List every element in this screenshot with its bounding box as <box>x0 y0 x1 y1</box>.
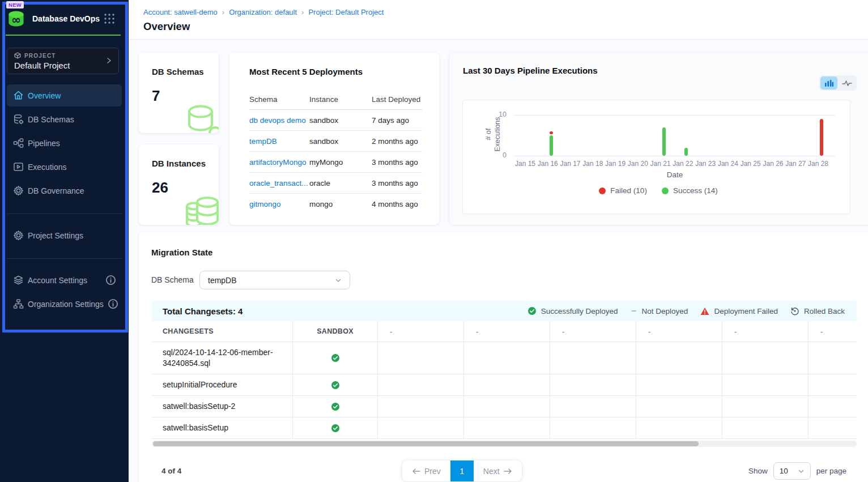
sidebar-item-db-schemas[interactable]: DB Schemas <box>7 108 122 130</box>
changeset-empty-cell <box>636 374 722 395</box>
changeset-name-cell: satwell:basisSetup-2 <box>152 396 293 417</box>
breadcrumb-account[interactable]: Account: satwell-demo <box>143 8 218 16</box>
sidebar-item-executions[interactable]: Executions <box>7 156 122 178</box>
changeset-name: satwell:basisSetup-2 <box>163 396 249 417</box>
page-size-select[interactable]: 10 <box>773 462 811 480</box>
changeset-sandbox-status-cell <box>293 374 378 395</box>
info-icon[interactable] <box>105 275 116 285</box>
deployments-col-instance: Instance <box>309 95 372 104</box>
check-circle-icon <box>331 424 340 433</box>
sidebar-item-label: Executions <box>28 163 66 172</box>
breadcrumb-separator-icon: › <box>301 8 304 16</box>
pipeline-executions-title: Last 30 Days Pipeline Executions <box>463 66 598 75</box>
changesets-col-empty-6: - <box>809 321 857 342</box>
bar-success-jan-22 <box>684 148 688 156</box>
horizontal-scrollbar[interactable] <box>152 441 857 447</box>
project-label: PROJECT <box>24 53 56 59</box>
warning-triangle-icon <box>700 307 709 315</box>
changeset-row: satwell:basisSetup <box>152 417 857 439</box>
prev-page-button[interactable]: Prev <box>402 460 450 481</box>
pipeline-executions-card: Last 30 Days Pipeline Executions 100# of… <box>449 53 868 225</box>
bar-chart-toggle-icon[interactable] <box>820 76 837 89</box>
legend-not-deployed: Not Deployed <box>631 307 688 315</box>
changesets-col-empty-3: - <box>550 321 636 342</box>
sidebar-item-label: Organization Settings <box>28 300 104 309</box>
deployment-row: gitmongomongo4 months ago <box>249 194 422 215</box>
db-schema-select[interactable]: tempDB <box>199 271 350 289</box>
sidebar-item-pipelines[interactable]: Pipelines <box>7 132 122 154</box>
deployment-schema-link[interactable]: gitmongo <box>249 200 309 208</box>
breadcrumb: Account: satwell-demo›Organization: defa… <box>143 8 868 16</box>
changeset-empty-cell <box>809 396 857 417</box>
y-axis-title: # of Executions <box>484 114 503 154</box>
deployment-last-deployed: 3 months ago <box>372 179 422 187</box>
apps-grid-icon[interactable] <box>104 14 114 24</box>
sidebar-item-project-settings[interactable]: Project Settings <box>7 224 122 246</box>
changeset-empty-cell <box>722 374 809 395</box>
legend-success-dot-icon <box>662 187 669 194</box>
sidebar-nav-main: OverviewDB SchemasPipelinesExecutionsDB … <box>0 84 129 202</box>
db-schemas-count: 7 <box>152 87 219 105</box>
breadcrumb-organization[interactable]: Organization: default <box>229 8 297 16</box>
changeset-empty-cell <box>636 417 722 438</box>
deployment-schema-link[interactable]: oracle_transact... <box>249 179 309 187</box>
chevron-right-icon <box>105 57 113 65</box>
legend-not-deployed-label: Not Deployed <box>642 307 688 315</box>
topbar: Account: satwell-demo›Organization: defa… <box>129 0 868 40</box>
bar-success-jan-21 <box>662 127 666 156</box>
deployment-schema-link[interactable]: tempDB <box>249 137 309 146</box>
sidebar-item-overview[interactable]: Overview <box>7 84 122 106</box>
breadcrumb-project[interactable]: Project: Default Project <box>308 8 384 16</box>
page-1-button[interactable]: 1 <box>450 460 474 481</box>
db-schemas-card-title: DB Schemas <box>152 67 219 76</box>
changesets-table: Total Changesets: 4 Successfully Deploye… <box>152 301 857 439</box>
changeset-empty-cell <box>550 417 636 438</box>
next-page-button[interactable]: Next <box>474 460 522 481</box>
deployment-row: oracle_transact...oracle3 months ago <box>249 173 422 194</box>
deployment-schema-link[interactable]: db devops demo <box>249 116 309 125</box>
changeset-empty-cell <box>464 396 550 417</box>
changesets-col-empty-1: - <box>378 321 464 342</box>
legend-rolled-back: Rolled Back <box>790 306 845 315</box>
info-icon[interactable] <box>108 298 118 309</box>
changeset-empty-cell <box>722 417 809 438</box>
db-schema-label: DB Schema <box>151 271 194 289</box>
horizontal-scrollbar-thumb[interactable] <box>153 441 699 446</box>
changeset-sandbox-status-cell <box>293 342 378 374</box>
project-selector[interactable]: PROJECT Default Project <box>7 48 119 74</box>
executions-plot: 100# of ExecutionsJan 15Jan 16Jan 17Jan … <box>462 100 850 214</box>
db-schemas-icon <box>13 114 24 125</box>
db-schemas-card: DB Schemas 7 <box>139 53 219 133</box>
changeset-empty-cell <box>378 342 464 374</box>
main-area: Account: satwell-demo›Organization: defa… <box>129 0 868 482</box>
deployments-col-last-deployed: Last Deployed <box>372 95 422 104</box>
deployment-instance: myMongo <box>309 158 372 167</box>
changeset-empty-cell <box>378 374 464 395</box>
sidebar-divider <box>7 214 122 214</box>
sidebar-item-organization-settings[interactable]: Organization Settings <box>7 293 122 315</box>
sidebar-item-account-settings[interactable]: Account Settings <box>7 269 122 291</box>
db-governance-icon <box>13 185 24 196</box>
legend-successfully-deployed: Successfully Deployed <box>527 306 618 315</box>
row-count-label: 4 of 4 <box>161 467 181 475</box>
deployment-instance: sandbox <box>309 137 372 146</box>
deployment-row: tempDBsandbox2 months ago <box>249 131 422 152</box>
database-icon <box>185 103 219 133</box>
database-stack-icon <box>184 194 219 225</box>
executions-icon <box>13 161 24 172</box>
changeset-name-cell: setupInitialProcedure <box>152 374 293 395</box>
changeset-empty-cell <box>722 396 809 417</box>
changeset-sandbox-status-cell <box>293 417 378 438</box>
deployment-schema-link[interactable]: artifactoryMongo <box>249 158 309 167</box>
chart-type-toggle <box>819 75 857 91</box>
changeset-empty-cell <box>636 396 722 417</box>
check-circle-icon <box>331 402 340 411</box>
sidebar-item-db-governance[interactable]: DB Governance <box>7 180 122 202</box>
changesets-header-row: CHANGESETSSANDBOX------ <box>152 321 857 342</box>
check-circle-icon <box>331 353 340 362</box>
deployment-last-deployed: 3 months ago <box>372 158 422 167</box>
changeset-empty-cell <box>809 417 857 438</box>
line-chart-toggle-icon[interactable] <box>839 76 856 89</box>
deployment-last-deployed: 4 months ago <box>372 200 422 208</box>
changeset-empty-cell <box>809 342 857 374</box>
